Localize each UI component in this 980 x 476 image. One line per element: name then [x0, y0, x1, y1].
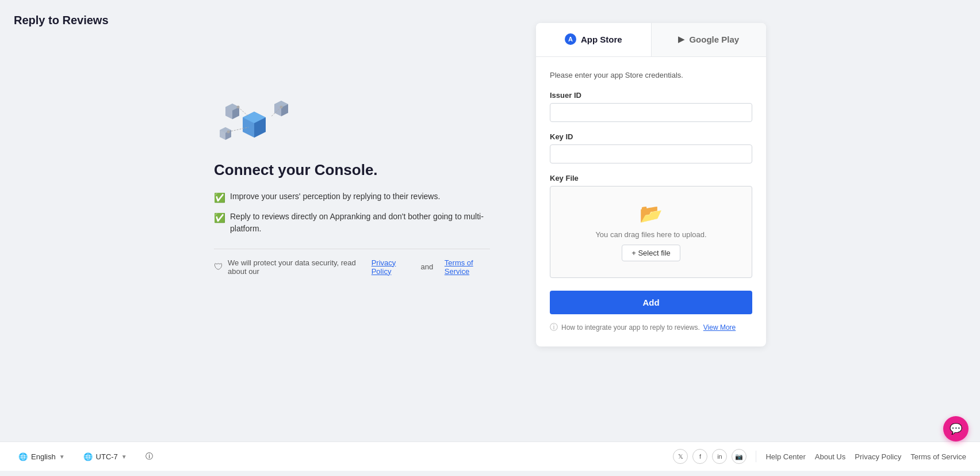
footer: 🌐 English ▼ 🌐 UTC-7 ▼ ⓘ 𝕏 f in 📷 Help Ce…	[0, 441, 980, 471]
svg-point-15	[280, 105, 283, 108]
key-id-label: Key ID	[550, 132, 752, 141]
drag-text: You can drag files here to upload.	[595, 230, 706, 239]
left-panel: Connect your Console. ✅ Improve your use…	[214, 94, 490, 276]
tab-appstore-label: App Store	[581, 35, 622, 44]
add-button[interactable]: Add	[550, 291, 752, 314]
check-icon-2: ✅	[214, 211, 225, 225]
security-text: We will protect your data security, read…	[228, 258, 360, 276]
timezone-chevron-icon: ▼	[121, 454, 127, 460]
file-drop-zone[interactable]: 📂 You can drag files here to upload. + S…	[550, 186, 752, 278]
key-file-label: Key File	[550, 174, 752, 182]
and-text: and	[421, 262, 434, 271]
language-label: English	[31, 452, 56, 461]
tab-googleplay[interactable]: ▶ Google Play	[652, 23, 767, 56]
form-description: Please enter your app Store credentials.	[550, 71, 752, 79]
select-file-button[interactable]: + Select file	[622, 245, 680, 261]
footer-right: 𝕏 f in 📷 Help Center About Us Privacy Po…	[673, 449, 966, 464]
key-id-input[interactable]	[550, 144, 752, 163]
help-button[interactable]: ⓘ	[141, 449, 158, 464]
illustration	[214, 94, 294, 152]
privacy-policy-footer-link[interactable]: Privacy Policy	[855, 452, 901, 461]
help-text: How to integrate your app to reply to re…	[561, 323, 700, 332]
issuer-id-label: Issuer ID	[550, 91, 752, 100]
feature-item-2: ✅ Reply to reviews directly on Apprankin…	[214, 211, 490, 235]
feature-text-2: Reply to reviews directly on Appranking …	[230, 211, 490, 235]
feature-text-1: Improve your users' perception by replyi…	[230, 191, 440, 203]
help-section: ⓘ How to integrate your app to reply to …	[550, 322, 752, 333]
about-us-link[interactable]: About Us	[815, 452, 845, 461]
security-note: 🛡 We will protect your data security, re…	[214, 249, 490, 276]
issuer-id-input[interactable]	[550, 103, 752, 122]
question-icon: ⓘ	[146, 451, 153, 462]
issuer-id-group: Issuer ID	[550, 91, 752, 122]
facebook-icon[interactable]: f	[692, 449, 707, 464]
clock-icon: 🌐	[83, 452, 93, 461]
timezone-selector[interactable]: 🌐 UTC-7 ▼	[79, 450, 132, 463]
svg-line-12	[238, 107, 248, 116]
twitter-icon[interactable]: 𝕏	[673, 449, 688, 464]
form-body: Please enter your app Store credentials.…	[536, 57, 766, 346]
instagram-icon[interactable]: 📷	[732, 449, 747, 464]
terms-footer-link[interactable]: Terms of Service	[910, 452, 966, 461]
googleplay-icon: ▶	[678, 35, 684, 44]
terms-link[interactable]: Terms of Service	[445, 258, 490, 276]
tab-appstore[interactable]: A App Store	[536, 23, 651, 56]
chevron-down-icon: ▼	[59, 454, 65, 460]
footer-links: Help Center About Us Privacy Policy Term…	[765, 452, 966, 461]
privacy-policy-link[interactable]: Privacy Policy	[372, 258, 409, 276]
tab-googleplay-label: Google Play	[689, 35, 739, 44]
footer-divider	[756, 451, 756, 462]
chat-icon: 💬	[950, 422, 962, 435]
right-panel: A App Store ▶ Google Play Please enter y…	[536, 23, 766, 346]
tabs: A App Store ▶ Google Play	[536, 23, 766, 57]
globe-icon: 🌐	[18, 452, 28, 461]
key-id-group: Key ID	[550, 132, 752, 163]
key-file-group: Key File 📂 You can drag files here to up…	[550, 174, 752, 278]
feature-list: ✅ Improve your users' perception by repl…	[214, 191, 490, 235]
footer-left: 🌐 English ▼ 🌐 UTC-7 ▼ ⓘ	[14, 449, 158, 464]
folder-icon: 📂	[640, 203, 663, 224]
help-circle-icon: ⓘ	[550, 322, 558, 333]
appstore-icon: A	[565, 33, 576, 45]
language-selector[interactable]: 🌐 English ▼	[14, 450, 70, 463]
feature-item-1: ✅ Improve your users' perception by repl…	[214, 191, 490, 205]
social-icons: 𝕏 f in 📷	[673, 449, 747, 464]
linkedin-icon[interactable]: in	[712, 449, 727, 464]
connect-title: Connect your Console.	[214, 161, 378, 179]
svg-point-14	[237, 105, 240, 108]
view-more-link[interactable]: View More	[703, 323, 736, 332]
check-icon-1: ✅	[214, 191, 225, 205]
shield-icon: 🛡	[214, 262, 223, 272]
timezone-label: UTC-7	[96, 452, 118, 461]
help-center-link[interactable]: Help Center	[765, 452, 805, 461]
page-title: Reply to Reviews	[14, 14, 109, 27]
chat-fab[interactable]: 💬	[943, 416, 968, 441]
